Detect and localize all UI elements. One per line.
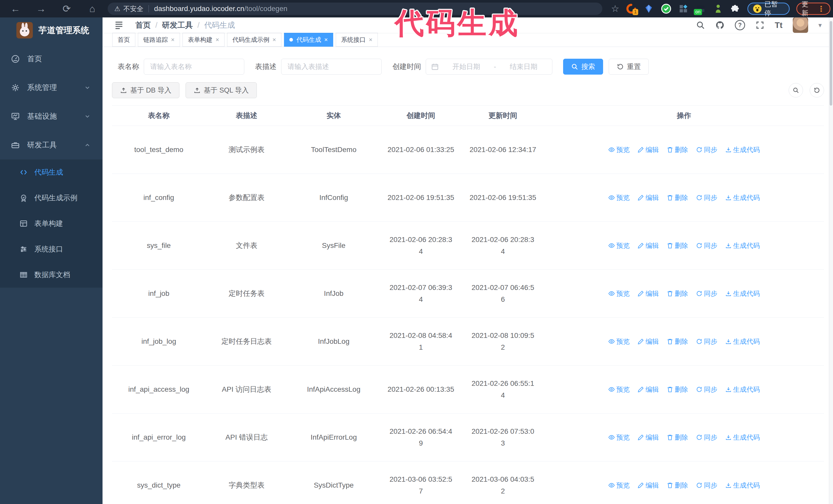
browser-home-button[interactable]: ⌂	[87, 4, 98, 14]
sync-link[interactable]: 同步	[696, 192, 717, 203]
tab-tracing[interactable]: 链路追踪×	[138, 33, 180, 47]
breadcrumb-devtools[interactable]: 研发工具	[162, 20, 193, 30]
browser-update-button[interactable]: 更新 ⋮	[796, 3, 830, 15]
sidebar-item-codegen-example[interactable]: 代码生成示例	[0, 185, 102, 211]
user-avatar[interactable]	[793, 18, 808, 33]
generate-code-link[interactable]: 生成代码	[725, 384, 760, 395]
close-icon[interactable]: ×	[324, 37, 328, 43]
delete-link[interactable]: 删除	[667, 479, 688, 491]
sync-link[interactable]: 同步	[696, 336, 717, 347]
browser-forward-button[interactable]: →	[35, 4, 47, 14]
sync-link[interactable]: 同步	[696, 384, 717, 395]
import-db-button[interactable]: 基于 DB 导入	[112, 82, 180, 98]
generate-code-link[interactable]: 生成代码	[725, 240, 760, 251]
search-icon[interactable]	[696, 21, 705, 30]
breadcrumb-home[interactable]: 首页	[135, 20, 151, 30]
delete-link[interactable]: 删除	[667, 336, 688, 347]
address-bar[interactable]: ⚠ 不安全 dashboard.yudao.iocoder.cn /tool/c…	[108, 3, 602, 15]
delete-link[interactable]: 删除	[667, 144, 688, 155]
delete-link[interactable]: 删除	[667, 192, 688, 203]
extension-icon-grid[interactable]	[678, 3, 689, 14]
sidebar-item-devtools[interactable]: 研发工具	[0, 131, 102, 160]
reset-button[interactable]: 重置	[609, 59, 649, 75]
refresh-table-button[interactable]	[810, 83, 824, 97]
preview-link[interactable]: 预览	[608, 384, 630, 395]
sync-link[interactable]: 同步	[696, 431, 717, 443]
extension-icon-green-figure[interactable]	[713, 3, 723, 14]
sidebar-item-codegen[interactable]: 代码生成	[0, 160, 102, 185]
sidebar-item-system-api[interactable]: 系统接口	[0, 236, 102, 262]
edit-link[interactable]: 编辑	[638, 336, 659, 347]
preview-link[interactable]: 预览	[608, 240, 630, 251]
delete-link[interactable]: 删除	[667, 384, 688, 395]
edit-link[interactable]: 编辑	[638, 431, 659, 443]
preview-link[interactable]: 预览	[608, 192, 630, 203]
github-icon[interactable]	[715, 21, 724, 30]
delete-link[interactable]: 删除	[667, 240, 688, 251]
close-icon[interactable]: ×	[171, 37, 174, 43]
edit-link[interactable]: 编辑	[638, 144, 659, 155]
sync-link[interactable]: 同步	[696, 240, 717, 251]
sidebar-collapse-icon[interactable]	[114, 20, 124, 30]
date-range-picker[interactable]: 开始日期 - 结束日期	[426, 59, 552, 75]
browser-reload-button[interactable]: ⟳	[61, 4, 72, 14]
tab-system-api[interactable]: 系统接口×	[336, 33, 378, 47]
generate-code-link[interactable]: 生成代码	[725, 431, 760, 443]
edit-link[interactable]: 编辑	[638, 288, 659, 299]
preview-link[interactable]: 预览	[608, 431, 630, 443]
vertical-scrollbar[interactable]	[829, 18, 833, 504]
sync-link[interactable]: 同步	[696, 144, 717, 155]
close-icon[interactable]: ×	[272, 37, 276, 43]
extension-icon-puzzle[interactable]	[730, 3, 741, 14]
toggle-search-button[interactable]	[789, 83, 803, 97]
generate-code-link[interactable]: 生成代码	[725, 144, 760, 155]
sidebar-item-home[interactable]: 首页	[0, 45, 102, 73]
sidebar-item-infra[interactable]: 基础设施	[0, 102, 102, 131]
search-button[interactable]: 搜索	[563, 59, 603, 75]
preview-link[interactable]: 预览	[608, 336, 630, 347]
font-size-icon[interactable]: Tt	[775, 21, 783, 30]
scrollbar-thumb[interactable]	[830, 21, 832, 105]
table-row: sys_file 文件表 SysFile 2021-02-06 20:28:3 …	[112, 222, 824, 270]
sync-link[interactable]: 同步	[696, 479, 717, 491]
sidebar-item-db-doc[interactable]: 数据库文档	[0, 262, 102, 288]
browser-back-button[interactable]: ←	[10, 4, 21, 14]
edit-link[interactable]: 编辑	[638, 384, 659, 395]
import-sql-button[interactable]: 基于 SQL 导入	[186, 82, 257, 98]
extension-icon-green-check[interactable]	[661, 3, 671, 14]
delete-link[interactable]: 删除	[667, 288, 688, 299]
delete-link[interactable]: 删除	[667, 431, 688, 443]
close-icon[interactable]: ×	[216, 37, 219, 43]
fullscreen-icon[interactable]	[755, 21, 765, 30]
app-logo[interactable]: 芋道管理系统	[0, 18, 102, 43]
generate-code-link[interactable]: 生成代码	[725, 288, 760, 299]
extension-icon-on-badge[interactable]: on	[695, 3, 706, 14]
sidebar-item-system[interactable]: 系统管理	[0, 73, 102, 102]
edit-link[interactable]: 编辑	[638, 240, 659, 251]
preview-link[interactable]: 预览	[608, 144, 630, 155]
edit-link[interactable]: 编辑	[638, 479, 659, 491]
extension-icon-orange[interactable]: 1	[626, 3, 637, 14]
sidebar-item-form-builder[interactable]: 表单构建	[0, 211, 102, 236]
generate-code-link[interactable]: 生成代码	[725, 479, 760, 491]
edit-link[interactable]: 编辑	[638, 192, 659, 203]
generate-code-link[interactable]: 生成代码	[725, 336, 760, 347]
help-icon[interactable]: ?	[735, 20, 745, 30]
generate-code-link[interactable]: 生成代码	[725, 192, 760, 203]
tab-home[interactable]: 首页	[112, 33, 135, 47]
security-warning-icon[interactable]: ⚠	[114, 5, 120, 13]
tab-codegen[interactable]: 代码生成×	[284, 33, 333, 47]
browser-profile-chip[interactable]: 已暂停	[747, 3, 790, 15]
user-menu-caret-icon[interactable]: ▾	[818, 21, 822, 29]
preview-link[interactable]: 预览	[608, 288, 630, 299]
table-desc-input[interactable]	[281, 59, 382, 75]
close-icon[interactable]: ×	[369, 37, 373, 43]
preview-link[interactable]: 预览	[608, 479, 630, 491]
sync-link[interactable]: 同步	[696, 288, 717, 299]
table-name-input[interactable]	[144, 59, 244, 75]
browser-menu-icon[interactable]: ⋮	[817, 4, 825, 13]
bookmark-star-icon[interactable]: ☆	[611, 3, 619, 14]
tab-codegen-example[interactable]: 代码生成示例×	[227, 33, 281, 47]
tab-form-builder[interactable]: 表单构建×	[183, 33, 224, 47]
extension-icon-gem[interactable]	[643, 3, 654, 14]
